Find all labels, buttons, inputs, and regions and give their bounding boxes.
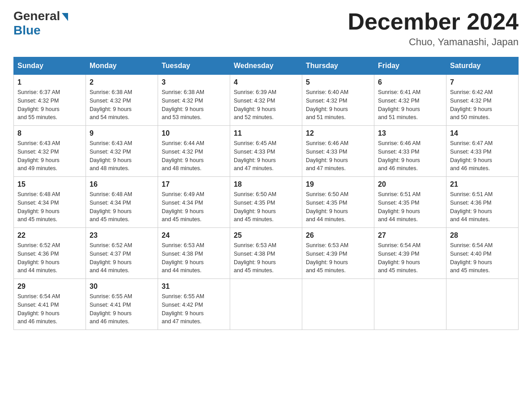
calendar-cell: 14Sunrise: 6:47 AMSunset: 4:33 PMDayligh… [446,126,519,177]
header-monday: Monday [86,57,158,75]
calendar-cell: 15Sunrise: 6:48 AMSunset: 4:34 PMDayligh… [14,177,86,228]
day-number: 21 [450,180,515,188]
calendar-week-row: 29Sunrise: 6:54 AMSunset: 4:41 PMDayligh… [14,279,519,330]
day-info: Sunrise: 6:38 AMSunset: 4:32 PMDaylight:… [90,88,154,122]
calendar-table: Sunday Monday Tuesday Wednesday Thursday… [13,57,519,330]
day-info: Sunrise: 6:44 AMSunset: 4:32 PMDaylight:… [162,139,226,173]
calendar-cell: 24Sunrise: 6:53 AMSunset: 4:38 PMDayligh… [158,228,230,279]
day-info: Sunrise: 6:54 AMSunset: 4:39 PMDaylight:… [378,241,442,275]
day-info: Sunrise: 6:51 AMSunset: 4:36 PMDaylight:… [450,190,515,224]
day-info: Sunrise: 6:53 AMSunset: 4:38 PMDaylight:… [162,241,226,275]
calendar-body: 1Sunrise: 6:37 AMSunset: 4:32 PMDaylight… [14,75,519,330]
calendar-cell: 10Sunrise: 6:44 AMSunset: 4:32 PMDayligh… [158,126,230,177]
day-info: Sunrise: 6:38 AMSunset: 4:32 PMDaylight:… [162,88,226,122]
logo: General Blue [13,9,68,38]
day-info: Sunrise: 6:50 AMSunset: 4:35 PMDaylight:… [234,190,298,224]
logo-general: General [13,9,60,23]
calendar-cell: 21Sunrise: 6:51 AMSunset: 4:36 PMDayligh… [446,177,519,228]
day-info: Sunrise: 6:45 AMSunset: 4:33 PMDaylight:… [234,139,298,173]
day-info: Sunrise: 6:46 AMSunset: 4:33 PMDaylight:… [378,139,442,173]
day-info: Sunrise: 6:37 AMSunset: 4:32 PMDaylight:… [17,88,82,122]
calendar-cell: 8Sunrise: 6:43 AMSunset: 4:32 PMDaylight… [14,126,86,177]
day-info: Sunrise: 6:53 AMSunset: 4:39 PMDaylight:… [306,241,370,275]
day-info: Sunrise: 6:54 AMSunset: 4:40 PMDaylight:… [450,241,515,275]
page-header: General Blue December 2024 Chuo, Yamanas… [13,9,519,48]
header-wednesday: Wednesday [230,57,302,75]
day-number: 17 [162,180,226,188]
calendar-cell: 19Sunrise: 6:50 AMSunset: 4:35 PMDayligh… [302,177,374,228]
calendar-cell: 20Sunrise: 6:51 AMSunset: 4:35 PMDayligh… [374,177,446,228]
day-number: 20 [378,180,442,188]
day-info: Sunrise: 6:46 AMSunset: 4:33 PMDaylight:… [306,139,370,173]
day-number: 14 [450,129,515,137]
calendar-week-row: 15Sunrise: 6:48 AMSunset: 4:34 PMDayligh… [14,177,519,228]
header-friday: Friday [374,57,446,75]
calendar-cell: 5Sunrise: 6:40 AMSunset: 4:32 PMDaylight… [302,75,374,126]
day-info: Sunrise: 6:53 AMSunset: 4:38 PMDaylight:… [234,241,298,275]
location-title: Chuo, Yamanashi, Japan [348,36,519,48]
header-saturday: Saturday [446,57,519,75]
header-sunday: Sunday [14,57,86,75]
calendar-week-row: 8Sunrise: 6:43 AMSunset: 4:32 PMDaylight… [14,126,519,177]
day-info: Sunrise: 6:55 AMSunset: 4:42 PMDaylight:… [162,292,226,326]
day-number: 26 [306,231,370,240]
day-number: 12 [306,129,370,137]
calendar-week-row: 1Sunrise: 6:37 AMSunset: 4:32 PMDaylight… [14,75,519,126]
calendar-cell: 2Sunrise: 6:38 AMSunset: 4:32 PMDaylight… [86,75,158,126]
calendar-cell: 4Sunrise: 6:39 AMSunset: 4:32 PMDaylight… [230,75,302,126]
day-number: 5 [306,78,370,86]
calendar-cell: 6Sunrise: 6:41 AMSunset: 4:32 PMDaylight… [374,75,446,126]
day-number: 15 [17,180,82,188]
day-info: Sunrise: 6:43 AMSunset: 4:32 PMDaylight:… [17,139,82,173]
day-number: 18 [234,180,298,188]
calendar-cell: 18Sunrise: 6:50 AMSunset: 4:35 PMDayligh… [230,177,302,228]
day-number: 3 [162,78,226,86]
day-number: 22 [17,231,82,240]
day-number: 25 [234,231,298,240]
calendar-cell: 1Sunrise: 6:37 AMSunset: 4:32 PMDaylight… [14,75,86,126]
calendar-cell: 7Sunrise: 6:42 AMSunset: 4:32 PMDaylight… [446,75,519,126]
calendar-header: Sunday Monday Tuesday Wednesday Thursday… [14,57,519,75]
day-number: 7 [450,78,515,86]
day-number: 19 [306,180,370,188]
day-number: 11 [234,129,298,137]
day-number: 28 [450,231,515,240]
day-info: Sunrise: 6:42 AMSunset: 4:32 PMDaylight:… [450,88,515,122]
calendar-cell [374,279,446,330]
day-number: 29 [17,283,82,291]
logo-blue: Blue [13,23,41,38]
day-info: Sunrise: 6:43 AMSunset: 4:32 PMDaylight:… [90,139,154,173]
calendar-cell: 27Sunrise: 6:54 AMSunset: 4:39 PMDayligh… [374,228,446,279]
day-info: Sunrise: 6:51 AMSunset: 4:35 PMDaylight:… [378,190,442,224]
day-number: 13 [378,129,442,137]
day-info: Sunrise: 6:41 AMSunset: 4:32 PMDaylight:… [378,88,442,122]
day-number: 27 [378,231,442,240]
day-number: 23 [90,231,154,240]
logo-text: General [13,9,68,23]
calendar-cell: 22Sunrise: 6:52 AMSunset: 4:36 PMDayligh… [14,228,86,279]
day-info: Sunrise: 6:39 AMSunset: 4:32 PMDaylight:… [234,88,298,122]
calendar-cell: 25Sunrise: 6:53 AMSunset: 4:38 PMDayligh… [230,228,302,279]
day-info: Sunrise: 6:52 AMSunset: 4:36 PMDaylight:… [17,241,82,275]
day-info: Sunrise: 6:47 AMSunset: 4:33 PMDaylight:… [450,139,515,173]
day-info: Sunrise: 6:55 AMSunset: 4:41 PMDaylight:… [90,292,154,326]
calendar-cell: 26Sunrise: 6:53 AMSunset: 4:39 PMDayligh… [302,228,374,279]
logo-arrow-icon [62,13,68,21]
day-info: Sunrise: 6:52 AMSunset: 4:37 PMDaylight:… [90,241,154,275]
day-number: 31 [162,283,226,291]
month-title: December 2024 [348,9,519,34]
calendar-cell: 13Sunrise: 6:46 AMSunset: 4:33 PMDayligh… [374,126,446,177]
day-number: 9 [90,129,154,137]
calendar-cell: 31Sunrise: 6:55 AMSunset: 4:42 PMDayligh… [158,279,230,330]
calendar-cell: 9Sunrise: 6:43 AMSunset: 4:32 PMDaylight… [86,126,158,177]
day-info: Sunrise: 6:48 AMSunset: 4:34 PMDaylight:… [17,190,82,224]
calendar-cell: 11Sunrise: 6:45 AMSunset: 4:33 PMDayligh… [230,126,302,177]
day-number: 4 [234,78,298,86]
calendar-week-row: 22Sunrise: 6:52 AMSunset: 4:36 PMDayligh… [14,228,519,279]
title-area: December 2024 Chuo, Yamanashi, Japan [348,9,519,48]
calendar-cell: 23Sunrise: 6:52 AMSunset: 4:37 PMDayligh… [86,228,158,279]
day-info: Sunrise: 6:50 AMSunset: 4:35 PMDaylight:… [306,190,370,224]
day-info: Sunrise: 6:40 AMSunset: 4:32 PMDaylight:… [306,88,370,122]
calendar-cell: 28Sunrise: 6:54 AMSunset: 4:40 PMDayligh… [446,228,519,279]
day-number: 24 [162,231,226,240]
